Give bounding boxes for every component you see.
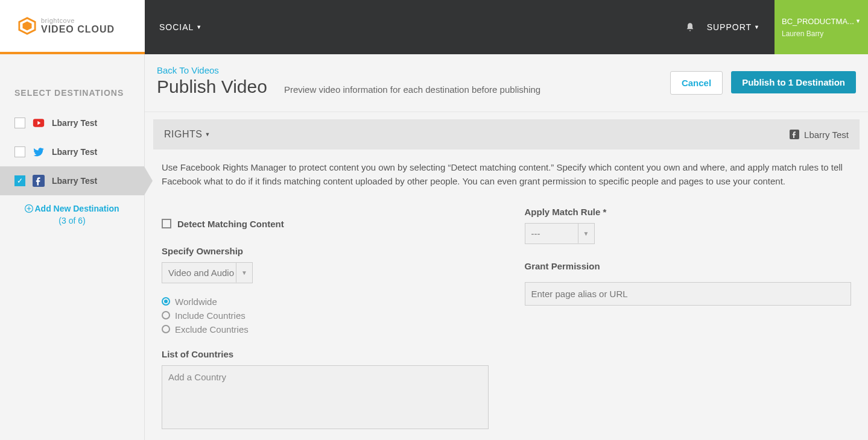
- match-rule-select[interactable]: --- ▼: [525, 223, 595, 244]
- chevron-down-icon: ▼: [754, 24, 760, 30]
- destination-youtube[interactable]: Lbarry Test: [0, 108, 144, 137]
- nav-social[interactable]: SOCIAL ▼: [159, 22, 202, 32]
- logo-area[interactable]: brightcove VIDEO CLOUD: [0, 0, 145, 54]
- publish-button[interactable]: Publish to 1 Destination: [731, 71, 856, 93]
- twitter-icon: [33, 146, 45, 158]
- nav-area: SOCIAL ▼ SUPPORT ▼: [145, 0, 775, 54]
- radio-button[interactable]: [162, 311, 170, 319]
- chevron-down-icon: ▼: [204, 131, 210, 137]
- panel-header[interactable]: RIGHTS ▼ Lbarry Test: [153, 119, 860, 149]
- main: SELECT DESTINATIONS Lbarry Test Lbarry T…: [0, 54, 868, 440]
- sidebar: SELECT DESTINATIONS Lbarry Test Lbarry T…: [0, 54, 145, 440]
- page-subtitle: Preview video information for each desti…: [284, 84, 540, 95]
- nav-support-label: SUPPORT: [707, 22, 752, 32]
- radio-button[interactable]: [162, 297, 170, 306]
- nav-social-label: SOCIAL: [159, 22, 194, 32]
- brightcove-logo-icon: [18, 17, 36, 35]
- logo-text: brightcove VIDEO CLOUD: [41, 17, 115, 35]
- svg-marker-1: [23, 22, 32, 31]
- grant-permission-label: Grant Permission: [525, 261, 852, 271]
- form-columns: Detect Matching Content Specify Ownershi…: [153, 196, 860, 440]
- ownership-value: Video and Audio: [168, 268, 234, 278]
- rights-panel: RIGHTS ▼ Lbarry Test Use Facebook Rights…: [153, 119, 860, 440]
- account-menu[interactable]: BC_PRODUCTMA... ▼ Lauren Barry: [775, 0, 868, 54]
- add-destination-button[interactable]: Add New Destination (3 of 6): [0, 195, 144, 234]
- content-header: Back To Videos Publish Video Preview vid…: [145, 54, 868, 112]
- countries-input[interactable]: Add a Country: [162, 365, 489, 429]
- destination-checkbox[interactable]: ✓: [14, 175, 25, 186]
- grant-permission-input[interactable]: [525, 282, 852, 306]
- match-rule-label: Apply Match Rule *: [525, 207, 852, 217]
- cancel-button[interactable]: Cancel: [670, 71, 723, 95]
- account-user: Lauren Barry: [782, 30, 861, 38]
- destination-checkbox[interactable]: [14, 118, 25, 128]
- ownership-label: Specify Ownership: [162, 246, 489, 256]
- content: Back To Videos Publish Video Preview vid…: [145, 54, 868, 440]
- countries-label: List of Countries: [162, 349, 489, 359]
- product-name: VIDEO CLOUD: [41, 24, 115, 35]
- brand-name: brightcove: [41, 17, 115, 24]
- facebook-icon: [33, 175, 45, 187]
- page-title: Publish Video: [157, 77, 267, 97]
- detect-matching-row[interactable]: Detect Matching Content: [162, 219, 489, 229]
- chevron-down-icon: ▼: [196, 24, 202, 30]
- destination-checkbox[interactable]: [14, 146, 25, 157]
- panel-destination-label: Lbarry Test: [804, 130, 849, 140]
- sidebar-title: SELECT DESTINATIONS: [0, 88, 144, 108]
- destination-label: Lbarry Test: [52, 147, 97, 157]
- destination-label: Lbarry Test: [52, 176, 97, 186]
- panel-destination: Lbarry Test: [790, 130, 849, 140]
- destination-label: Lbarry Test: [52, 118, 97, 128]
- radio-button[interactable]: [162, 325, 170, 333]
- account-name: BC_PRODUCTMA...: [782, 17, 854, 26]
- nav-support[interactable]: SUPPORT ▼: [707, 22, 760, 32]
- radio-label: Include Countries: [175, 310, 246, 321]
- destination-twitter[interactable]: Lbarry Test: [0, 137, 144, 166]
- scope-include[interactable]: Include Countries: [162, 310, 489, 321]
- facebook-icon: [790, 130, 799, 139]
- panel-description: Use Facebook Rights Manager to protect c…: [153, 149, 860, 196]
- youtube-icon: [33, 117, 45, 129]
- radio-label: Exclude Countries: [175, 324, 249, 335]
- match-rule-value: ---: [531, 228, 540, 239]
- back-link[interactable]: Back To Videos: [157, 65, 670, 75]
- add-destination-label: Add New Destination: [34, 204, 119, 213]
- chevron-down-icon: ▼: [855, 18, 861, 24]
- panel-title-text: RIGHTS: [164, 129, 202, 140]
- ownership-select[interactable]: Video and Audio ▼: [162, 262, 253, 283]
- destination-facebook[interactable]: ✓ Lbarry Test: [0, 166, 144, 195]
- scope-radio-group: Worldwide Include Countries Exclude Coun…: [162, 297, 489, 335]
- detect-label: Detect Matching Content: [177, 219, 284, 229]
- detect-checkbox[interactable]: [162, 219, 171, 228]
- plus-circle-icon: [25, 204, 33, 215]
- scope-worldwide[interactable]: Worldwide: [162, 297, 489, 307]
- chevron-down-icon: ▼: [236, 263, 247, 283]
- chevron-down-icon: ▼: [578, 224, 589, 244]
- top-bar: brightcove VIDEO CLOUD SOCIAL ▼ SUPPORT …: [0, 0, 868, 54]
- radio-label: Worldwide: [175, 297, 217, 307]
- scope-exclude[interactable]: Exclude Countries: [162, 324, 489, 335]
- notification-icon[interactable]: [685, 22, 695, 32]
- add-destination-count: (3 of 6): [14, 216, 130, 225]
